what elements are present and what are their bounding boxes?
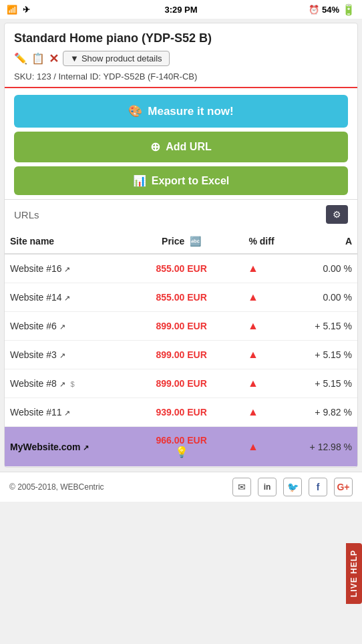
battery-text: 54% [322,5,339,15]
export-icon: 📊 [133,174,146,187]
col-price: Price 🔤 [136,229,226,254]
linkedin-icon[interactable]: in [258,478,277,496]
add-url-label: Add URL [166,141,211,153]
col-a: A [280,229,357,254]
diff-cell: + 5.15 % [280,312,357,341]
add-icon: ⊕ [150,140,160,154]
status-time: 3:29 PM [164,5,197,15]
product-header: Standard Home piano (YDP-S52 B) ✏️ 📋 ✕ ▼… [5,23,357,88]
external-link-icon[interactable]: ↗ [59,351,65,359]
table-row: Website #3 ↗899.00 EUR▲+ 5.15 % [5,341,357,369]
footer-icons: ✉ in 🐦 f G+ [232,478,353,496]
arrow-cell: ▲ [226,312,279,341]
price-cell: 855.00 EUR [136,254,226,283]
price-cell: 899.00 EUR [136,312,226,341]
table-header-row: Site name Price 🔤 % diff A [5,229,357,254]
price-value: 966.00 EUR [142,435,221,446]
external-link-icon[interactable]: ↗ [59,380,65,388]
product-actions: ✏️ 📋 ✕ ▼ Show product details [14,51,348,66]
show-details-button[interactable]: ▼ Show product details [63,51,170,66]
twitter-icon[interactable]: 🐦 [283,478,302,496]
facebook-icon[interactable]: f [309,478,327,496]
table-row: Website #6 ↗899.00 EUR▲+ 5.15 % [5,312,357,341]
site-name-cell: MyWebsite.com ↗ [5,427,136,467]
site-name-cell: Website #14 ↗ [5,283,136,312]
external-link-icon[interactable]: ↗ [64,409,70,417]
price-cell: 939.00 EUR [136,398,226,427]
sort-icon[interactable]: 🔤 [190,236,201,247]
arrow-cell: ▲ [226,341,279,369]
measure-label: Measure it now! [148,105,233,118]
external-link-icon[interactable]: ↗ [64,294,70,302]
wifi-icon: 📶 [7,5,17,15]
gplus-icon[interactable]: G+ [334,478,353,496]
add-url-button[interactable]: ⊕ Add URL [14,132,348,162]
site-name-cell: Website #16 ↗ [5,254,136,283]
export-button[interactable]: 📊 Export to Excel [14,166,348,195]
arrow-up-icon: ▲ [248,291,258,303]
site-name-cell: Website #3 ↗ [5,341,136,369]
dollar-icon: $ [71,380,75,388]
measure-button[interactable]: 🎨 Measure it now! [14,95,348,128]
gear-icon: ⚙ [333,209,341,220]
site-name-text: Website #11 [10,407,62,418]
arrow-up-icon: ▲ [248,377,258,389]
diff-cell: 0.00 % [280,283,357,312]
arrow-cell: ▲ [226,398,279,427]
status-bar: 📶 ✈ 3:29 PM ⏰ 54% 🔋 [0,0,362,19]
col-diff: % diff [226,229,279,254]
arrow-up-icon: ▲ [248,320,258,331]
urls-label: URLs [14,209,39,220]
measure-icon: 🎨 [128,104,142,118]
site-name-text: Website #16 [10,263,62,274]
dropdown-arrow-icon: ▼ [70,53,79,63]
external-link-icon[interactable]: ↗ [83,444,89,452]
footer: © 2005-2018, WEBCentric ✉ in 🐦 f G+ [0,472,362,502]
email-icon[interactable]: ✉ [232,478,251,496]
settings-button[interactable]: ⚙ [326,205,348,224]
site-name-cell: Website #8 ↗ $ [5,369,136,398]
arrow-cell: ▲ [226,369,279,398]
clock: 3:29 PM [164,5,197,15]
price-cell: 899.00 EUR [136,341,226,369]
col-site-name: Site name [5,229,136,254]
site-name-text: Website #3 [10,349,57,360]
export-label: Export to Excel [152,175,229,187]
arrow-up-icon: ▲ [248,406,258,418]
copy-icon[interactable]: 📋 [31,52,45,65]
diff-cell: + 5.15 % [280,369,357,398]
site-name-cell: Website #11 ↗ [5,398,136,427]
price-cell: 899.00 EUR [136,369,226,398]
external-link-icon[interactable]: ↗ [64,265,70,273]
sku-line: SKU: 123 / Internal ID: YDP-S52B (F-140R… [14,71,348,82]
arrow-cell: ▲ [226,427,279,467]
price-cell: 855.00 EUR [136,283,226,312]
product-title: Standard Home piano (YDP-S52 B) [14,31,348,45]
light-icon: 💡 [142,446,221,458]
price-table: Site name Price 🔤 % diff A Website #16 ↗… [5,229,357,467]
price-cell: 966.00 EUR💡 [136,427,226,467]
arrow-up-icon: ▲ [248,441,258,452]
battery-icon: 🔋 [342,3,355,16]
status-left: 📶 ✈ [7,5,30,15]
diff-cell: + 12.98 % [280,427,357,467]
site-name-text: MyWebsite.com [10,442,81,452]
arrow-cell: ▲ [226,283,279,312]
status-right: ⏰ 54% 🔋 [309,3,355,16]
table-row: Website #11 ↗939.00 EUR▲+ 9.82 % [5,398,357,427]
diff-cell: + 5.15 % [280,341,357,369]
alarm-icon: ⏰ [309,5,319,15]
delete-icon[interactable]: ✕ [49,51,59,66]
diff-cell: 0.00 % [280,254,357,283]
edit-icon[interactable]: ✏️ [14,52,27,65]
external-link-icon[interactable]: ↗ [59,323,65,331]
table-row: Website #16 ↗855.00 EUR▲0.00 % [5,254,357,283]
show-details-label: Show product details [81,53,162,63]
arrow-up-icon: ▲ [248,349,258,360]
site-name-text: Website #8 [10,378,57,389]
arrow-up-icon: ▲ [248,263,258,274]
arrow-cell: ▲ [226,254,279,283]
airplane-icon: ✈ [23,5,30,15]
table-row: Website #14 ↗855.00 EUR▲0.00 % [5,283,357,312]
urls-section-header: URLs ⚙ [5,199,357,229]
